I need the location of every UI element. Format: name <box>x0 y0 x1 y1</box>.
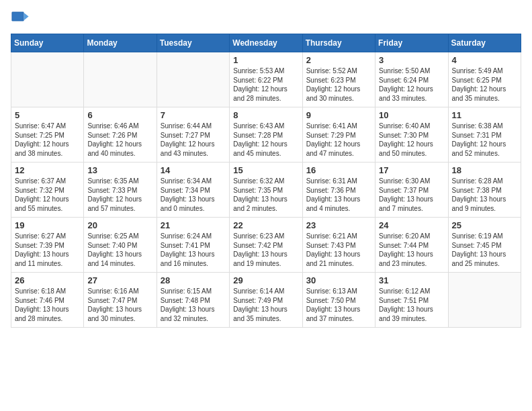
calendar-cell: 8Sunrise: 6:43 AM Sunset: 7:28 PM Daylig… <box>230 107 302 163</box>
day-number: 1 <box>233 55 298 65</box>
day-info: Sunrise: 6:44 AM Sunset: 7:27 PM Dayligh… <box>161 122 226 158</box>
logo <box>11 8 32 27</box>
calendar-cell: 22Sunrise: 6:23 AM Sunset: 7:42 PM Dayli… <box>230 218 302 273</box>
day-info: Sunrise: 6:19 AM Sunset: 7:45 PM Dayligh… <box>452 232 517 268</box>
svg-marker-1 <box>24 13 29 20</box>
calendar-cell: 6Sunrise: 6:46 AM Sunset: 7:26 PM Daylig… <box>84 107 157 163</box>
weekday-header-thursday: Thursday <box>302 34 375 52</box>
day-number: 10 <box>379 110 444 120</box>
header <box>11 8 521 27</box>
weekday-header-row: SundayMondayTuesdayWednesdayThursdayFrid… <box>11 34 521 52</box>
day-info: Sunrise: 6:24 AM Sunset: 7:41 PM Dayligh… <box>161 232 226 268</box>
calendar-cell: 16Sunrise: 6:31 AM Sunset: 7:36 PM Dayli… <box>302 163 375 218</box>
day-number: 25 <box>452 220 517 230</box>
day-info: Sunrise: 6:35 AM Sunset: 7:33 PM Dayligh… <box>87 177 152 213</box>
day-info: Sunrise: 6:28 AM Sunset: 7:38 PM Dayligh… <box>452 177 517 213</box>
calendar-cell <box>11 52 84 107</box>
day-info: Sunrise: 5:52 AM Sunset: 6:23 PM Dayligh… <box>306 66 371 103</box>
day-number: 20 <box>87 220 152 230</box>
day-info: Sunrise: 6:43 AM Sunset: 7:28 PM Dayligh… <box>233 122 298 158</box>
day-number: 18 <box>452 165 517 175</box>
day-info: Sunrise: 6:20 AM Sunset: 7:44 PM Dayligh… <box>379 232 444 268</box>
calendar-cell: 21Sunrise: 6:24 AM Sunset: 7:41 PM Dayli… <box>157 218 229 273</box>
day-info: Sunrise: 6:32 AM Sunset: 7:35 PM Dayligh… <box>233 177 298 213</box>
calendar-cell: 25Sunrise: 6:19 AM Sunset: 7:45 PM Dayli… <box>448 218 521 273</box>
day-number: 14 <box>161 165 226 175</box>
week-row-2: 5Sunrise: 6:47 AM Sunset: 7:25 PM Daylig… <box>11 107 521 163</box>
day-number: 5 <box>15 110 80 120</box>
calendar-cell: 14Sunrise: 6:34 AM Sunset: 7:34 PM Dayli… <box>157 163 229 218</box>
page: SundayMondayTuesdayWednesdayThursdayFrid… <box>0 0 532 411</box>
day-number: 16 <box>306 165 371 175</box>
day-info: Sunrise: 6:18 AM Sunset: 7:46 PM Dayligh… <box>15 287 80 323</box>
day-number: 17 <box>379 165 444 175</box>
day-info: Sunrise: 6:46 AM Sunset: 7:26 PM Dayligh… <box>87 122 152 158</box>
calendar-cell: 18Sunrise: 6:28 AM Sunset: 7:38 PM Dayli… <box>448 163 521 218</box>
day-info: Sunrise: 6:30 AM Sunset: 7:37 PM Dayligh… <box>379 177 444 213</box>
calendar-cell: 13Sunrise: 6:35 AM Sunset: 7:33 PM Dayli… <box>84 163 157 218</box>
day-info: Sunrise: 6:13 AM Sunset: 7:50 PM Dayligh… <box>306 287 371 323</box>
day-info: Sunrise: 6:25 AM Sunset: 7:40 PM Dayligh… <box>87 232 152 268</box>
calendar-cell: 28Sunrise: 6:15 AM Sunset: 7:48 PM Dayli… <box>157 273 229 328</box>
calendar-cell: 12Sunrise: 6:37 AM Sunset: 7:32 PM Dayli… <box>11 163 84 218</box>
calendar-cell: 27Sunrise: 6:16 AM Sunset: 7:47 PM Dayli… <box>84 273 157 328</box>
day-number: 23 <box>306 220 371 230</box>
day-info: Sunrise: 6:15 AM Sunset: 7:48 PM Dayligh… <box>161 287 226 323</box>
calendar-cell: 10Sunrise: 6:40 AM Sunset: 7:30 PM Dayli… <box>375 107 448 163</box>
logo-icon <box>11 8 30 27</box>
day-number: 9 <box>306 110 371 120</box>
day-info: Sunrise: 6:12 AM Sunset: 7:51 PM Dayligh… <box>379 287 444 323</box>
day-number: 11 <box>452 110 517 120</box>
day-info: Sunrise: 6:21 AM Sunset: 7:43 PM Dayligh… <box>306 232 371 268</box>
day-number: 21 <box>161 220 226 230</box>
day-number: 28 <box>161 275 226 285</box>
day-info: Sunrise: 6:38 AM Sunset: 7:31 PM Dayligh… <box>452 122 517 158</box>
calendar-cell: 2Sunrise: 5:52 AM Sunset: 6:23 PM Daylig… <box>302 52 375 107</box>
day-info: Sunrise: 5:49 AM Sunset: 6:25 PM Dayligh… <box>452 66 517 103</box>
calendar-table: SundayMondayTuesdayWednesdayThursdayFrid… <box>11 34 521 328</box>
calendar-cell: 17Sunrise: 6:30 AM Sunset: 7:37 PM Dayli… <box>375 163 448 218</box>
calendar-cell <box>157 52 229 107</box>
week-row-4: 19Sunrise: 6:27 AM Sunset: 7:39 PM Dayli… <box>11 218 521 273</box>
calendar-cell: 3Sunrise: 5:50 AM Sunset: 6:24 PM Daylig… <box>375 52 448 107</box>
day-number: 12 <box>15 165 80 175</box>
calendar-cell: 29Sunrise: 6:14 AM Sunset: 7:49 PM Dayli… <box>230 273 302 328</box>
day-info: Sunrise: 6:41 AM Sunset: 7:29 PM Dayligh… <box>306 122 371 158</box>
weekday-header-friday: Friday <box>375 34 448 52</box>
day-number: 22 <box>233 220 298 230</box>
calendar-cell: 26Sunrise: 6:18 AM Sunset: 7:46 PM Dayli… <box>11 273 84 328</box>
day-number: 30 <box>306 275 371 285</box>
weekday-header-monday: Monday <box>84 34 157 52</box>
day-info: Sunrise: 6:40 AM Sunset: 7:30 PM Dayligh… <box>379 122 444 158</box>
week-row-1: 1Sunrise: 5:53 AM Sunset: 6:22 PM Daylig… <box>11 52 521 107</box>
calendar-cell: 23Sunrise: 6:21 AM Sunset: 7:43 PM Dayli… <box>302 218 375 273</box>
calendar-cell: 9Sunrise: 6:41 AM Sunset: 7:29 PM Daylig… <box>302 107 375 163</box>
day-number: 4 <box>452 55 517 65</box>
day-info: Sunrise: 5:50 AM Sunset: 6:24 PM Dayligh… <box>379 66 444 103</box>
day-info: Sunrise: 6:16 AM Sunset: 7:47 PM Dayligh… <box>87 287 152 323</box>
day-number: 24 <box>379 220 444 230</box>
day-number: 13 <box>87 165 152 175</box>
day-number: 3 <box>379 55 444 65</box>
calendar-cell: 20Sunrise: 6:25 AM Sunset: 7:40 PM Dayli… <box>84 218 157 273</box>
day-info: Sunrise: 6:47 AM Sunset: 7:25 PM Dayligh… <box>15 122 80 158</box>
calendar-cell: 5Sunrise: 6:47 AM Sunset: 7:25 PM Daylig… <box>11 107 84 163</box>
calendar-cell: 15Sunrise: 6:32 AM Sunset: 7:35 PM Dayli… <box>230 163 302 218</box>
day-number: 19 <box>15 220 80 230</box>
calendar-cell: 24Sunrise: 6:20 AM Sunset: 7:44 PM Dayli… <box>375 218 448 273</box>
calendar-cell: 31Sunrise: 6:12 AM Sunset: 7:51 PM Dayli… <box>375 273 448 328</box>
weekday-header-tuesday: Tuesday <box>157 34 229 52</box>
calendar-cell <box>84 52 157 107</box>
svg-rect-2 <box>13 13 23 20</box>
weekday-header-wednesday: Wednesday <box>230 34 302 52</box>
day-number: 2 <box>306 55 371 65</box>
day-info: Sunrise: 6:34 AM Sunset: 7:34 PM Dayligh… <box>161 177 226 213</box>
day-number: 26 <box>15 275 80 285</box>
day-number: 29 <box>233 275 298 285</box>
calendar-cell: 1Sunrise: 5:53 AM Sunset: 6:22 PM Daylig… <box>230 52 302 107</box>
weekday-header-sunday: Sunday <box>11 34 84 52</box>
calendar-cell: 7Sunrise: 6:44 AM Sunset: 7:27 PM Daylig… <box>157 107 229 163</box>
day-number: 15 <box>233 165 298 175</box>
day-info: Sunrise: 6:14 AM Sunset: 7:49 PM Dayligh… <box>233 287 298 323</box>
day-number: 31 <box>379 275 444 285</box>
